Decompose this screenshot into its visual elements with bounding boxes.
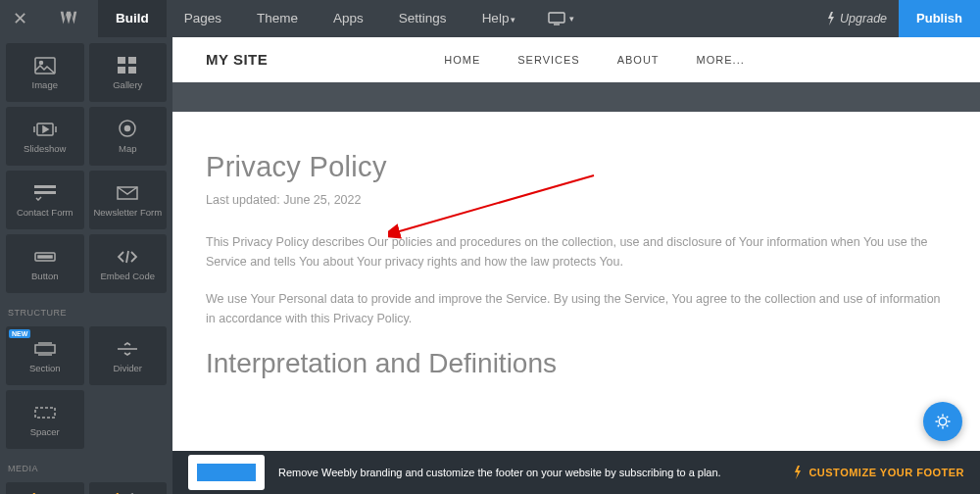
site-header: MY SITE HOME SERVICES ABOUT MORE... [172,37,980,82]
weebly-logo[interactable] [39,8,98,29]
nav-home[interactable]: HOME [444,54,480,66]
svg-rect-12 [34,191,56,194]
divider-icon [116,338,139,360]
tile-label: Divider [113,364,142,373]
map-icon [116,119,139,140]
tile-label: Embed Code [101,272,155,281]
editor-canvas[interactable]: MY SITE HOME SERVICES ABOUT MORE... Priv… [172,37,980,494]
tile-slideshow[interactable]: Slideshow [6,107,84,166]
svg-point-24 [939,418,947,425]
spacer-icon [33,402,57,423]
svg-point-10 [125,125,130,130]
section-strip [172,82,980,112]
tile-image[interactable]: Image [6,43,84,102]
structure-heading: STRUCTURE [6,298,167,321]
nav-more[interactable]: MORE... [697,54,745,66]
svg-rect-11 [34,185,56,188]
tile-section[interactable]: NEW Section [6,326,84,385]
page-content[interactable]: Privacy Policy Last updated: June 25, 20… [172,112,980,399]
svg-rect-20 [35,408,55,418]
slideshow-icon [33,119,57,140]
tile-label: Slideshow [24,144,66,154]
tile-label: Button [31,272,58,281]
new-badge: NEW [9,329,30,338]
tile-gallery[interactable]: Gallery [89,43,168,102]
tile-media-1[interactable] [6,482,84,494]
menu-pages[interactable]: Pages [167,0,239,38]
menu-theme[interactable]: Theme [239,0,316,38]
tile-spacer[interactable]: Spacer [6,390,84,449]
svg-point-3 [39,61,42,64]
site-nav: HOME SERVICES ABOUT MORE... [444,54,745,66]
tile-newsletter-form[interactable]: Newsletter Form [89,171,168,229]
svg-rect-0 [549,13,564,23]
footer-text: Remove Weebly branding and customize the… [278,466,721,480]
device-preview-icon[interactable]: ▾ [533,12,589,25]
tile-button[interactable]: Button [6,234,84,293]
customize-footer-button[interactable]: CUSTOMIZE YOUR FOOTER [793,466,964,479]
button-icon [33,246,57,268]
publish-button[interactable]: Publish [899,0,980,37]
section-icon [33,338,57,360]
svg-rect-6 [118,67,125,74]
element-sidebar: Image Gallery Slideshow Map Contact Form… [0,37,172,494]
site-title[interactable]: MY SITE [206,51,268,68]
tile-embed-code[interactable]: Embed Code [89,234,168,293]
media-heading: MEDIA [6,454,167,477]
svg-rect-16 [35,345,55,353]
tile-label: Image [32,80,58,90]
top-bar: ✕ Build Pages Theme Apps Settings Help▾ … [0,0,980,37]
footer-preview-thumb [188,455,265,490]
tile-label: Map [119,144,136,154]
last-updated[interactable]: Last updated: June 25, 2022 [206,193,947,207]
tile-map[interactable]: Map [89,107,168,166]
menu-help[interactable]: Help▾ [465,0,534,38]
upgrade-button[interactable]: Upgrade [814,12,899,25]
tile-divider[interactable]: Divider [89,326,168,385]
tile-label: Section [29,364,61,373]
image-icon [33,55,57,76]
footer-upsell-bar: Remove Weebly branding and customize the… [172,451,980,494]
code-icon [116,246,139,268]
main-menu: Build Pages Theme Apps Settings Help▾ [98,0,533,38]
paragraph-2[interactable]: We use Your Personal data to provide and… [206,289,947,328]
menu-apps[interactable]: Apps [316,0,381,38]
svg-rect-4 [118,57,125,64]
paragraph-1[interactable]: This Privacy Policy describes Our polici… [206,232,947,272]
tile-label: Gallery [113,80,142,90]
gallery-icon [116,55,139,76]
tile-label: Spacer [30,427,60,437]
tile-contact-form[interactable]: Contact Form [6,171,84,229]
tile-label: Newsletter Form [93,208,162,218]
contact-form-icon [33,182,57,204]
close-icon[interactable]: ✕ [0,8,39,29]
nav-services[interactable]: SERVICES [517,54,579,66]
svg-rect-15 [38,256,52,258]
newsletter-icon [116,182,139,204]
menu-build[interactable]: Build [98,0,167,38]
svg-rect-5 [128,57,136,64]
svg-rect-7 [128,67,136,74]
page-heading[interactable]: Privacy Policy [206,151,947,183]
section-heading[interactable]: Interpretation and Definitions [206,348,947,379]
tile-media-2[interactable] [89,482,168,494]
tile-label: Contact Form [17,208,74,218]
menu-settings[interactable]: Settings [381,0,465,38]
help-fab[interactable] [923,402,962,441]
nav-about[interactable]: ABOUT [617,54,660,66]
